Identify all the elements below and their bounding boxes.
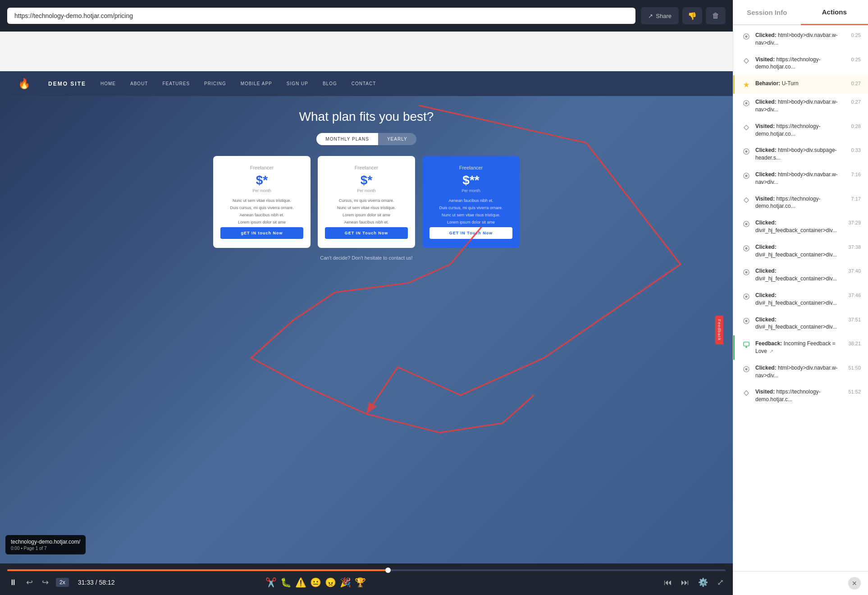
event-label: Clicked: html>body>div.navbar.w-nav>div.… bbox=[755, 171, 847, 186]
video-inner: 🔥 DEMO SITE HOME ABOUT FEATURES PRICING … bbox=[0, 32, 733, 563]
tooltip-page: 0:00 • Page 1 of 7 bbox=[11, 546, 80, 551]
dislike-button[interactable]: 👎 bbox=[682, 7, 702, 24]
pricing-card-2: Freelancer $* Per month Cursus, mi quis … bbox=[318, 156, 415, 248]
event-content: Clicked: div#_hj_feedback_container>div.… bbox=[755, 243, 844, 259]
demo-site: 🔥 DEMO SITE HOME ABOUT FEATURES PRICING … bbox=[0, 32, 733, 563]
sidebar-bottom: ✕ bbox=[733, 571, 868, 595]
svg-point-14 bbox=[745, 271, 747, 274]
event-item[interactable]: Visited: https://technology-demo.hotjar.… bbox=[733, 384, 868, 408]
click-icon bbox=[742, 99, 751, 108]
card-2-feat-2: Nunc ut sem vitae risus tristique. bbox=[337, 206, 396, 210]
event-label: Visited: https://technology-demo.hotjar.… bbox=[755, 56, 847, 71]
event-item[interactable]: Clicked: html>body>div.navbar.w-nav>div.… bbox=[733, 166, 868, 191]
prev-session-button[interactable]: ⏮ bbox=[662, 576, 674, 589]
event-item[interactable]: Clicked: div#_hj_feedback_container>div.… bbox=[733, 215, 868, 239]
event-label: Clicked: html>body>div.navbar.w-nav>div.… bbox=[755, 364, 844, 380]
event-time: 37:29 bbox=[848, 220, 861, 225]
card-2-price: $* bbox=[361, 173, 372, 188]
event-content: Feedback: Incoming Feedback = Love ↗ bbox=[755, 340, 844, 355]
nav-contact[interactable]: CONTACT bbox=[352, 81, 376, 86]
fullscreen-button[interactable]: ⤢ bbox=[715, 576, 726, 589]
click-icon bbox=[742, 220, 751, 229]
emoji-bug[interactable]: 🐛 bbox=[280, 577, 292, 588]
forward-button[interactable]: ↪ bbox=[40, 576, 50, 589]
event-content: Clicked: html>body>div.navbar.w-nav>div.… bbox=[755, 171, 847, 186]
svg-point-21 bbox=[745, 368, 747, 370]
progress-fill bbox=[7, 569, 388, 571]
event-item[interactable]: Visited: https://technology-demo.hotjar.… bbox=[733, 191, 868, 215]
tab-session-info[interactable]: Session Info bbox=[733, 0, 801, 24]
play-pause-button[interactable]: ⏸ bbox=[7, 576, 19, 589]
event-item[interactable]: Clicked: div#_hj_feedback_container>div.… bbox=[733, 311, 868, 336]
share-label: Share bbox=[656, 13, 672, 19]
emoji-neutral[interactable]: 😐 bbox=[310, 577, 321, 588]
pricing-card-3: Freelancer $** Per month Aenean faucibus… bbox=[422, 156, 520, 248]
hero-title: What plan fits you best? bbox=[299, 110, 434, 124]
event-item[interactable]: Clicked: html>body>div.navbar.w-nav>div.… bbox=[733, 94, 868, 118]
click-icon bbox=[742, 147, 751, 156]
nav-home[interactable]: HOME bbox=[101, 81, 116, 86]
event-item[interactable]: Clicked: div#_hj_feedback_container>div.… bbox=[733, 287, 868, 311]
event-item[interactable]: Visited: https://technology-demo.hotjar.… bbox=[733, 51, 868, 76]
event-item[interactable]: Clicked: html>body>div.navbar.w-nav>div.… bbox=[733, 27, 868, 51]
event-item[interactable]: Clicked: div#_hj_feedback_container>div.… bbox=[733, 263, 868, 287]
event-time: 7:17 bbox=[851, 196, 861, 201]
emoji-controls: ✂️ 🐛 ⚠️ 😐 😠 🎉 🏆 bbox=[265, 577, 366, 588]
card-1-period: Per month bbox=[252, 188, 271, 193]
event-time: 37:51 bbox=[848, 317, 861, 322]
main-content: https://technology-demo.hotjar.com/prici… bbox=[0, 0, 733, 595]
card-2-cta[interactable]: GET IN Touch Now bbox=[325, 227, 408, 239]
event-behavior[interactable]: Behavior: U-Turn 0:27 bbox=[733, 75, 868, 94]
event-item[interactable]: Clicked: html>body>div.navbar.w-nav>div.… bbox=[733, 360, 868, 384]
nav-blog[interactable]: BLOG bbox=[323, 81, 337, 86]
rewind-button[interactable]: ↩ bbox=[24, 576, 35, 589]
feedback-icon bbox=[742, 340, 751, 349]
progress-bar[interactable] bbox=[7, 569, 726, 571]
emoji-warning[interactable]: ⚠️ bbox=[295, 577, 306, 588]
monthly-plans-button[interactable]: MONTHLY PLANS bbox=[316, 133, 378, 145]
event-time: 0:33 bbox=[851, 147, 861, 153]
share-button[interactable]: ↗ Share bbox=[641, 7, 679, 24]
emoji-celebrate[interactable]: 🎉 bbox=[340, 577, 351, 588]
event-content: Clicked: div#_hj_feedback_container>div.… bbox=[755, 292, 844, 307]
pricing-cards: Freelancer $* Per month Nunc ut sem vita… bbox=[213, 156, 520, 248]
top-bar: https://technology-demo.hotjar.com/prici… bbox=[0, 0, 733, 32]
nav-features[interactable]: FEATURES bbox=[162, 81, 190, 86]
sidebar-events: Clicked: html>body>div.navbar.w-nav>div.… bbox=[733, 25, 868, 571]
delete-button[interactable]: 🗑 bbox=[706, 7, 726, 24]
event-item[interactable]: Clicked: div#_hj_feedback_container>div.… bbox=[733, 239, 868, 263]
emoji-trophy[interactable]: 🏆 bbox=[355, 577, 366, 588]
click-icon bbox=[742, 244, 751, 253]
yearly-plans-button[interactable]: YEARLY bbox=[378, 133, 416, 145]
event-content: Clicked: html>body>div.subpage-header.s.… bbox=[755, 146, 847, 162]
visit-icon bbox=[742, 123, 751, 132]
nav-pricing[interactable]: PRICING bbox=[204, 81, 226, 86]
emoji-angry[interactable]: 😠 bbox=[325, 577, 336, 588]
event-content: Clicked: html>body>div.navbar.w-nav>div.… bbox=[755, 364, 844, 380]
close-button[interactable]: ✕ bbox=[848, 577, 861, 590]
card-1-feat-3: Aenean faucibus nibh et. bbox=[239, 213, 284, 217]
settings-button[interactable]: ⚙️ bbox=[696, 576, 710, 589]
event-label: Visited: https://technology-demo.hotjar.… bbox=[755, 388, 844, 403]
demo-footer-text: Can't decide? Don't hesitate to contact … bbox=[320, 255, 412, 261]
tab-actions[interactable]: Actions bbox=[801, 0, 868, 25]
event-item[interactable]: Visited: https://technology-demo.hotjar.… bbox=[733, 118, 868, 142]
card-1-cta[interactable]: gET IN touch Now bbox=[220, 227, 303, 239]
speed-badge[interactable]: 2x bbox=[56, 578, 69, 587]
event-label: Clicked: html>body>div.navbar.w-nav>div.… bbox=[755, 32, 847, 47]
card-1-feat-1: Nunc ut sem vitae risus tristique. bbox=[233, 198, 291, 203]
nav-mobile-app[interactable]: MOBILE APP bbox=[241, 81, 272, 86]
behavior-icon bbox=[742, 80, 751, 89]
event-item[interactable]: Clicked: html>body>div.subpage-header.s.… bbox=[733, 142, 868, 166]
event-time: 37:38 bbox=[848, 244, 861, 250]
event-feedback[interactable]: Feedback: Incoming Feedback = Love ↗ 38:… bbox=[733, 335, 868, 360]
nav-signup[interactable]: SIGN UP bbox=[287, 81, 308, 86]
next-session-button[interactable]: ⏭ bbox=[679, 576, 691, 589]
feedback-tab[interactable]: Feedback bbox=[715, 316, 723, 344]
event-label: Clicked: div#_hj_feedback_container>div.… bbox=[755, 243, 844, 259]
svg-point-2 bbox=[745, 35, 747, 37]
card-3-cta[interactable]: GET IN Touch Now bbox=[429, 227, 512, 239]
nav-about[interactable]: ABOUT bbox=[130, 81, 148, 86]
card-3-feat-1: Aenean faucibus nibh et. bbox=[448, 198, 493, 203]
emoji-scissors[interactable]: ✂️ bbox=[265, 577, 277, 588]
